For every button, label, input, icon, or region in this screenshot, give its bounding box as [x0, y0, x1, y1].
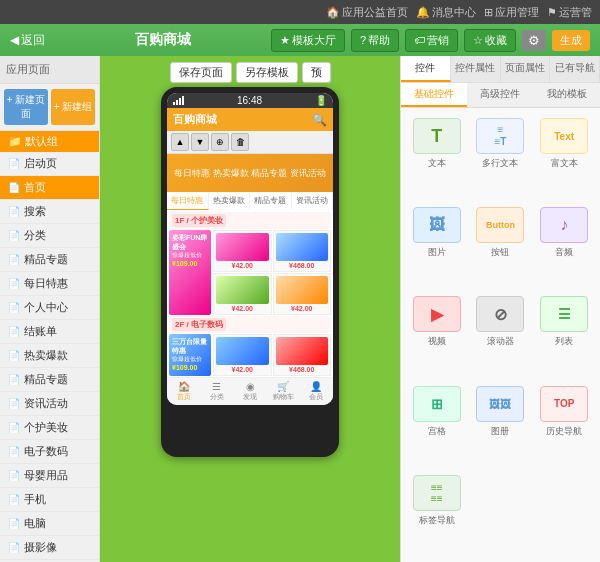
- product-item[interactable]: ¥468.00: [273, 230, 332, 272]
- sidebar-item-search[interactable]: 📄 搜索: [0, 200, 99, 224]
- sidebar-item-checkout[interactable]: 📄 结账单: [0, 320, 99, 344]
- phone-banner[interactable]: 每日特惠 热卖爆款 精品专题 资讯活动: [167, 154, 333, 192]
- widget-gallery[interactable]: 🖼🖼 图册: [471, 382, 531, 467]
- widget-tab-basic[interactable]: 基础控件: [401, 83, 467, 107]
- product-item[interactable]: ¥42.00: [213, 334, 272, 376]
- move-down-button[interactable]: ▼: [191, 133, 209, 151]
- widget-grid-item[interactable]: ⊞ 宫格: [407, 382, 467, 467]
- sidebar-item-hot-sales[interactable]: 📄 热卖爆款: [0, 344, 99, 368]
- widget-text[interactable]: T 文本: [407, 114, 467, 199]
- sidebar-item-category[interactable]: 📄 分类: [0, 224, 99, 248]
- back-button[interactable]: ◀ 返回: [10, 32, 45, 49]
- section1-content: 姿彩FUN肆盛会 惊爆超低价 ¥109.00 ¥42.00 ¥468.00: [169, 230, 331, 315]
- footer-tab-home[interactable]: 🏠 首页: [167, 381, 200, 402]
- page-title: 百购商城: [61, 31, 265, 49]
- product-item[interactable]: ¥42.00: [213, 273, 272, 315]
- widget-tab-advanced[interactable]: 高级控件: [467, 83, 533, 107]
- page-icon: 📄: [8, 518, 20, 529]
- phone-preview-area: 保存页面 另存模板 预 16:48 🔋 百购商城 🔍: [100, 56, 400, 562]
- sidebar-item-homepage[interactable]: 📄 首页: [0, 176, 99, 200]
- copy-button[interactable]: ⊕: [211, 133, 229, 151]
- widget-multiline-text[interactable]: ≡≡T 多行文本: [471, 114, 531, 199]
- page-icon: 📄: [8, 398, 20, 409]
- sidebar-item-electronics[interactable]: 📄 电子数码: [0, 440, 99, 464]
- page-icon: 📄: [8, 278, 20, 289]
- phone-tab-daily[interactable]: 每日特惠: [167, 192, 209, 210]
- nav-app-manage[interactable]: ⊞ 应用管理: [484, 5, 539, 20]
- bell-icon: 🔔: [416, 6, 430, 19]
- settings-button[interactable]: ⚙: [522, 30, 546, 51]
- widget-tab-my-templates[interactable]: 我的模板: [534, 83, 600, 107]
- phone-tab-news[interactable]: 资讯活动: [292, 192, 334, 210]
- sidebar-item-featured2[interactable]: 📄 精品专题: [0, 368, 99, 392]
- section1-products: ¥42.00 ¥468.00 ¥42.00 ¥42.00: [213, 230, 331, 315]
- right-tab-widgets[interactable]: 控件: [401, 56, 451, 82]
- sidebar-item-personal-center[interactable]: 📄 个人中心: [0, 296, 99, 320]
- footer-tab-category[interactable]: ☰ 分类: [200, 381, 233, 402]
- sidebar-group-default[interactable]: 📁 默认组: [0, 131, 99, 152]
- clock: 16:48: [237, 95, 262, 106]
- widget-history-nav[interactable]: TOP 历史导航: [534, 382, 594, 467]
- save-template-button[interactable]: 另存模板: [236, 62, 298, 83]
- product-item[interactable]: ¥468.00: [273, 334, 332, 376]
- discover-footer-icon: ◉: [233, 381, 266, 392]
- category-footer-icon: ☰: [200, 381, 233, 392]
- widget-video[interactable]: ▶ 视频: [407, 292, 467, 377]
- shop-template-button[interactable]: ★ 模板大厅: [271, 29, 345, 52]
- sidebar-item-phone[interactable]: 📄 手机: [0, 488, 99, 512]
- new-group-button[interactable]: + 新建组: [51, 89, 95, 125]
- sidebar-page-list: 📄 启动页 📄 首页 📄 搜索 📄 分类 📄 精品专题 📄 每日特惠: [0, 152, 99, 562]
- sidebar: 应用页面 + 新建页面 + 新建组 📁 默认组 📄 启动页 📄 首页 📄 搜索 …: [0, 56, 100, 562]
- page-icon: 📄: [8, 446, 20, 457]
- right-tab-widget-props[interactable]: 控件属性: [451, 56, 501, 82]
- nav-ops[interactable]: ⚑ 运营管: [547, 5, 592, 20]
- sidebar-item-baby[interactable]: 📄 母婴用品: [0, 464, 99, 488]
- phone-section2: 2F / 电子数码: [169, 316, 331, 333]
- right-tab-existing-nav[interactable]: 已有导航: [550, 56, 600, 82]
- widget-list[interactable]: ☰ 列表: [534, 292, 594, 377]
- phone-tab-hot[interactable]: 热卖爆款: [209, 192, 251, 210]
- fav-button[interactable]: ☆ 收藏: [464, 29, 516, 52]
- richtext-widget-icon: Text: [540, 118, 588, 154]
- product-item[interactable]: ¥42.00: [213, 230, 272, 272]
- nav-home[interactable]: 🏠 应用公益首页: [326, 5, 408, 20]
- widget-swiper[interactable]: ⊘ 滚动器: [471, 292, 531, 377]
- button-widget-icon: Button: [476, 207, 524, 243]
- page-icon: 📄: [8, 182, 20, 193]
- member-footer-icon: 👤: [300, 381, 333, 392]
- delete-button[interactable]: 🗑: [231, 133, 249, 151]
- footer-tab-member[interactable]: 👤 会员: [300, 381, 333, 402]
- promo-button[interactable]: 🏷 营销: [405, 29, 458, 52]
- phone-tab-featured[interactable]: 精品专题: [250, 192, 292, 210]
- bookmark-icon: ☆: [473, 34, 483, 47]
- widget-image[interactable]: 🖼 图片: [407, 203, 467, 288]
- section2-products: ¥42.00 ¥468.00: [213, 334, 331, 376]
- sidebar-item-camera[interactable]: 📄 摄影像: [0, 536, 99, 560]
- footer-tab-cart[interactable]: 🛒 购物车: [267, 381, 300, 402]
- help-button[interactable]: ? 帮助: [351, 29, 399, 52]
- widget-audio[interactable]: ♪ 音频: [534, 203, 594, 288]
- sidebar-item-daily-deals[interactable]: 📄 每日特惠: [0, 272, 99, 296]
- sidebar-item-news[interactable]: 📄 资讯活动: [0, 392, 99, 416]
- product-item[interactable]: ¥42.00: [273, 273, 332, 315]
- sidebar-item-launchpage[interactable]: 📄 启动页: [0, 152, 99, 176]
- right-tab-page-props[interactable]: 页面属性: [501, 56, 551, 82]
- sidebar-item-beauty[interactable]: 📄 个护美妆: [0, 416, 99, 440]
- center-toolbar: 保存页面 另存模板 预: [106, 62, 394, 83]
- new-page-button[interactable]: + 新建页面: [4, 89, 48, 125]
- page-icon: 📄: [8, 206, 20, 217]
- widget-button[interactable]: Button 按钮: [471, 203, 531, 288]
- save-page-button[interactable]: 保存页面: [170, 62, 232, 83]
- search-icon[interactable]: 🔍: [312, 113, 327, 127]
- move-up-button[interactable]: ▲: [171, 133, 189, 151]
- phone-screen: 16:48 🔋 百购商城 🔍 ▲ ▼ ⊕ 🗑: [167, 93, 333, 405]
- sidebar-item-featured[interactable]: 📄 精品专题: [0, 248, 99, 272]
- widget-rich-text[interactable]: Text 富文本: [534, 114, 594, 199]
- image-widget-icon: 🖼: [413, 207, 461, 243]
- nav-messages[interactable]: 🔔 消息中心: [416, 5, 476, 20]
- sidebar-item-computer[interactable]: 📄 电脑: [0, 512, 99, 536]
- preview-button[interactable]: 预: [302, 62, 331, 83]
- widget-tab-nav[interactable]: ≡≡≡≡ 标签导航: [407, 471, 467, 556]
- generate-button[interactable]: 生成: [552, 30, 590, 51]
- footer-tab-discover[interactable]: ◉ 发现: [233, 381, 266, 402]
